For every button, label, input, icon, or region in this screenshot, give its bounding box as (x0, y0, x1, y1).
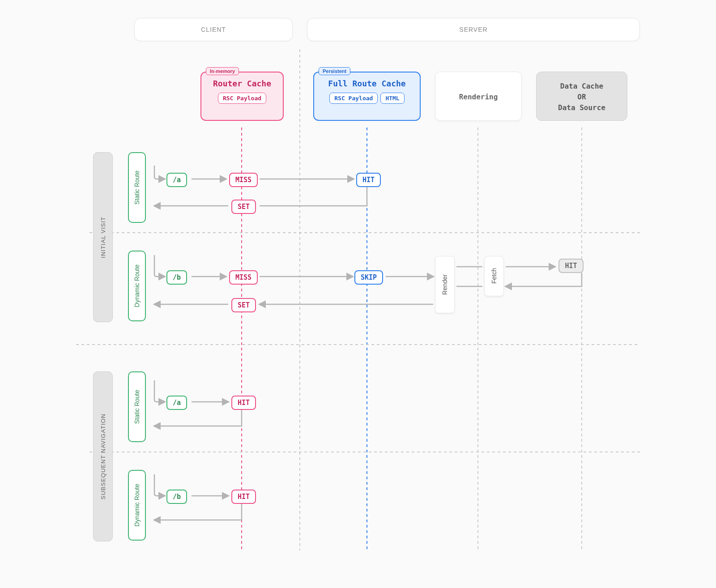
card-data-cache: Data Cache OR Data Source (536, 72, 627, 121)
full-route-cache-tab: Persistent (319, 67, 350, 75)
card-rendering: Rendering (435, 72, 522, 121)
initial-dynamic-route-label: Dynamic Route (128, 251, 146, 321)
full-route-cache-title: Full Route Cache (320, 79, 413, 88)
initial-static-route-label: Static Route (128, 152, 146, 223)
sub-dynamic-route-label: Dynamic Route (128, 470, 146, 541)
full-chip-rsc: RSC Payload (329, 93, 378, 104)
sub-dynamic-router-hit: HIT (231, 490, 256, 504)
card-router-cache: In-memory Router Cache RSC Payload (200, 72, 284, 121)
header-client: CLIENT (134, 18, 293, 41)
sub-static-route-label: Static Route (128, 371, 146, 442)
sub-dynamic-path: /b (166, 490, 187, 504)
card-full-route-cache: Persistent Full Route Cache RSC Payload … (313, 72, 421, 121)
initial-static-router-set: SET (231, 200, 256, 214)
data-cache-title: Data Cache OR Data Source (558, 81, 605, 113)
initial-dynamic-data-hit: HIT (558, 259, 584, 273)
section-initial-visit: INITIAL VISIT (93, 152, 113, 322)
router-chip-rsc: RSC Payload (218, 93, 266, 104)
section-subsequent-navigation: SUBSEQUENT NAVIGATION (93, 371, 113, 541)
initial-dynamic-fetch: Fetch (484, 256, 504, 296)
sub-static-router-hit: HIT (231, 396, 256, 410)
initial-dynamic-full-skip: SKIP (354, 270, 383, 285)
full-chip-html: HTML (380, 93, 404, 104)
router-cache-title: Router Cache (208, 79, 277, 88)
initial-static-full-hit: HIT (356, 173, 381, 187)
sub-static-path: /a (166, 396, 187, 410)
initial-dynamic-router-set: SET (231, 298, 256, 312)
router-cache-tab: In-memory (206, 67, 239, 75)
initial-static-router-miss: MISS (229, 173, 258, 187)
header-server: SERVER (307, 18, 640, 41)
initial-dynamic-render: Render (435, 256, 455, 313)
initial-dynamic-path: /b (166, 270, 187, 285)
initial-dynamic-router-miss: MISS (229, 270, 258, 285)
rendering-title: Rendering (459, 92, 498, 102)
initial-static-path: /a (166, 173, 187, 187)
